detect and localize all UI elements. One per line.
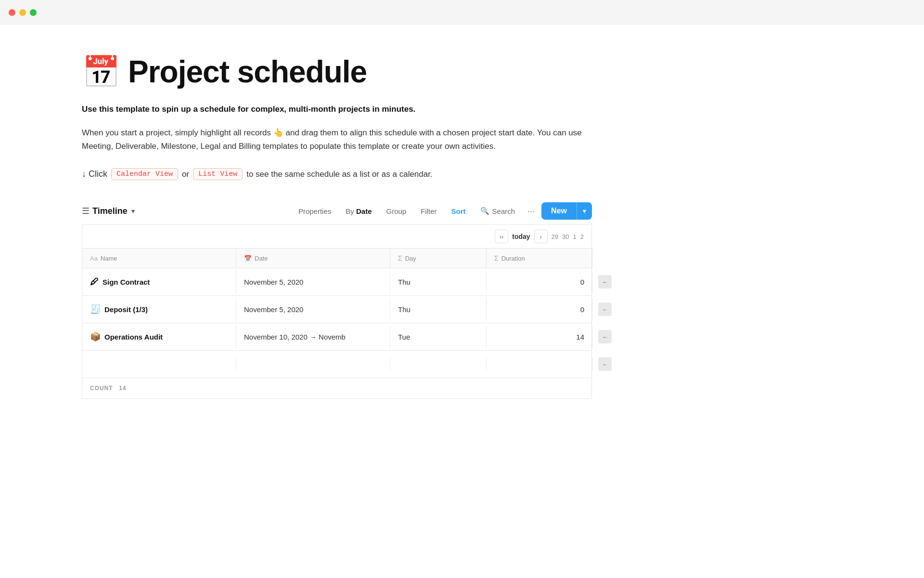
description-bold: Use this template to spin up a schedule … <box>82 103 592 116</box>
list-view-link[interactable]: List View <box>193 168 243 180</box>
row-1-date: November 5, 2020 <box>244 278 303 286</box>
close-button[interactable] <box>9 9 15 16</box>
col-header-name: Aa Name <box>82 249 236 268</box>
row-3-date: November 10, 2020 → Novemb <box>244 333 346 341</box>
col-header-day: Σ Day <box>390 249 487 268</box>
row-3-date-cell: November 10, 2020 → Novemb <box>236 326 390 348</box>
row-2-duration-cell: 0 <box>487 299 592 320</box>
toolbar: ☰ Timeline ▾ Properties By Date Group Fi… <box>82 197 592 225</box>
row-2-date-cell: November 5, 2020 <box>236 299 390 320</box>
row-2-name-cell: 🧾 Deposit (1/3) <box>82 297 236 321</box>
instruction-or: or <box>182 170 189 179</box>
count-label: COUNT <box>90 385 113 392</box>
count-value: 14 <box>119 385 126 392</box>
table-row[interactable]: 🧾 Deposit (1/3) November 5, 2020 Thu 0 ← <box>82 296 591 323</box>
timeline-chevron-icon[interactable]: ▾ <box>131 207 135 215</box>
row-1-day: Thu <box>398 278 411 286</box>
sort-button[interactable]: Sort <box>446 204 472 218</box>
today-label: today <box>512 233 530 240</box>
empty-cell-3 <box>390 357 487 371</box>
row-1-duration: 0 <box>580 278 584 286</box>
toolbar-right: Properties By Date Group Filter Sort 🔍 S… <box>293 202 592 220</box>
table-wrapper: ‹‹ today › 29 30 1 2 Aa Name 📅 Date Σ Da… <box>82 225 592 399</box>
row-2-name: Deposit (1/3) <box>104 305 148 314</box>
search-icon: 🔍 <box>480 207 489 215</box>
row-2-nav-arrow[interactable]: ← <box>598 302 612 316</box>
filter-button[interactable]: Filter <box>415 204 442 218</box>
col-header-date: 📅 Date <box>236 249 390 268</box>
nav-row: ‹‹ today › 29 30 1 2 <box>82 225 591 249</box>
row-1-duration-cell: 0 <box>487 271 592 293</box>
instruction-suffix: to see the same schedule as a list or as… <box>246 170 433 179</box>
row-3-name: Operations Audit <box>104 333 163 341</box>
titlebar <box>0 0 924 25</box>
row-2-day-cell: Thu <box>390 299 487 320</box>
date-col-label: Date <box>255 255 268 262</box>
row-3-day-cell: Tue <box>390 326 487 348</box>
duration-col-sigma-icon: Σ <box>494 254 499 262</box>
row-4-nav-arrow[interactable]: ← <box>598 357 612 371</box>
search-label: Search <box>492 207 515 215</box>
by-label: By <box>346 207 354 215</box>
page-icon: 📅 <box>82 56 120 87</box>
empty-cell-2 <box>236 357 390 371</box>
row-2-day: Thu <box>398 305 411 314</box>
row-3-name-cell: 📦 Operations Audit <box>82 325 236 349</box>
row-3-duration-cell: 14 <box>487 326 592 348</box>
properties-button[interactable]: Properties <box>293 204 337 218</box>
row-1-nav-arrow[interactable]: ← <box>598 275 612 289</box>
row-3-nav-arrow[interactable]: ← <box>598 330 612 343</box>
calendar-view-link[interactable]: Calendar View <box>111 168 178 180</box>
name-col-icon: Aa <box>90 255 98 262</box>
by-date-button[interactable]: By Date <box>340 204 377 218</box>
row-2-duration: 0 <box>580 305 584 314</box>
main-content: 📅 Project schedule Use this template to … <box>0 25 674 428</box>
row-3-duration: 14 <box>576 333 584 341</box>
empty-cell-4 <box>487 357 592 371</box>
page-title: Project schedule <box>128 54 367 90</box>
instruction-line: ↓ Click Calendar View or List View to se… <box>82 168 592 180</box>
nav-next-button[interactable]: › <box>534 230 548 243</box>
date-label: Date <box>356 207 372 215</box>
duration-col-label: Duration <box>501 255 525 262</box>
col-header-duration: Σ Duration <box>487 249 592 268</box>
row-4-arrow-cell: ← <box>592 351 619 378</box>
timeline-label: Timeline <box>92 206 128 216</box>
toolbar-left: ☰ Timeline ▾ <box>82 206 135 216</box>
nav-prev-button[interactable]: ‹‹ <box>495 230 508 243</box>
deposit-icon: 🧾 <box>90 304 101 315</box>
date-1: 1 <box>573 233 577 240</box>
row-1-date-cell: November 5, 2020 <box>236 271 390 293</box>
table-row-empty: ← <box>82 351 591 378</box>
date-30: 30 <box>562 233 569 240</box>
new-main-button[interactable]: New <box>541 202 577 220</box>
date-29: 29 <box>552 233 558 240</box>
page-header: 📅 Project schedule <box>82 54 592 90</box>
name-col-label: Name <box>101 255 117 262</box>
row-1-arrow-cell: ← <box>592 268 619 295</box>
search-button[interactable]: 🔍 Search <box>475 204 521 218</box>
group-button[interactable]: Group <box>381 204 412 218</box>
more-options-button[interactable]: ··· <box>524 204 539 218</box>
minimize-button[interactable] <box>19 9 26 16</box>
operations-audit-icon: 📦 <box>90 331 101 342</box>
new-dropdown-button[interactable]: ▾ <box>577 202 592 220</box>
row-3-arrow-cell: ← <box>592 323 619 350</box>
row-1-name-cell: 🖊 Sign Contract <box>82 270 236 294</box>
table-row[interactable]: 🖊 Sign Contract November 5, 2020 Thu 0 ← <box>82 268 591 296</box>
count-row: COUNT 14 <box>82 378 591 398</box>
day-col-sigma-icon: Σ <box>398 254 402 262</box>
new-button-group: New ▾ <box>541 202 592 220</box>
day-col-label: Day <box>405 255 416 262</box>
maximize-button[interactable] <box>30 9 37 16</box>
col-header-timeline <box>592 249 608 268</box>
row-2-arrow-cell: ← <box>592 296 619 323</box>
row-3-day: Tue <box>398 333 410 341</box>
table-row[interactable]: 📦 Operations Audit November 10, 2020 → N… <box>82 323 591 351</box>
description-body: When you start a project, simply highlig… <box>82 126 587 154</box>
empty-cell-1 <box>82 357 236 371</box>
arrow-icon: ↓ Click <box>82 169 107 179</box>
date-2: 2 <box>580 233 584 240</box>
row-1-name: Sign Contract <box>103 278 150 286</box>
sign-contract-icon: 🖊 <box>90 277 99 287</box>
